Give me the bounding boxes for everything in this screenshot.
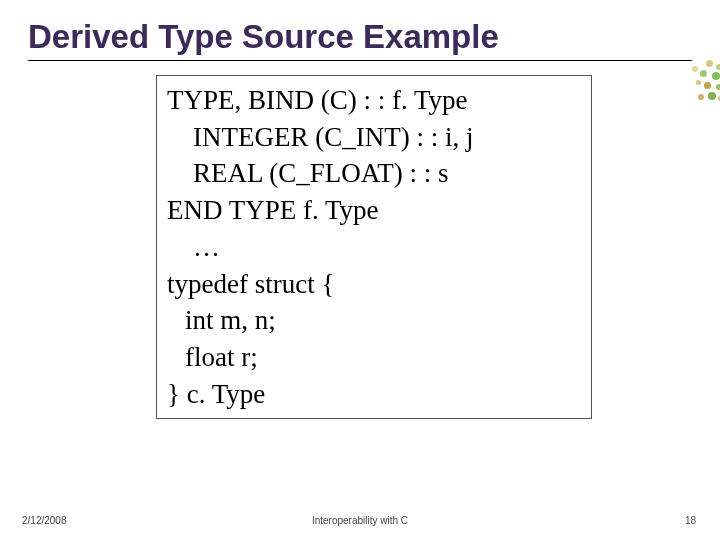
title-container: Derived Type Source Example [28,18,692,61]
code-line: float r; [167,339,581,376]
code-line: … [167,229,581,266]
code-box: TYPE, BIND (C) : : f. Type INTEGER (C_IN… [156,75,592,419]
code-line: int m, n; [167,302,581,339]
decorative-dots [670,58,720,118]
footer-page-number: 18 [685,515,696,526]
code-line: INTEGER (C_INT) : : i, j [167,119,581,156]
code-line: TYPE, BIND (C) : : f. Type [167,82,581,119]
code-line: END TYPE f. Type [167,192,581,229]
slide-title: Derived Type Source Example [28,18,692,56]
code-line: typedef struct { [167,266,581,303]
slide: Derived Type Source Example TYPE, BIND (… [0,0,720,540]
footer-date: 2/12/2008 [22,515,67,526]
footer-center: Interoperability with C [312,515,408,526]
code-line: REAL (C_FLOAT) : : s [167,155,581,192]
code-line: } c. Type [167,376,581,413]
